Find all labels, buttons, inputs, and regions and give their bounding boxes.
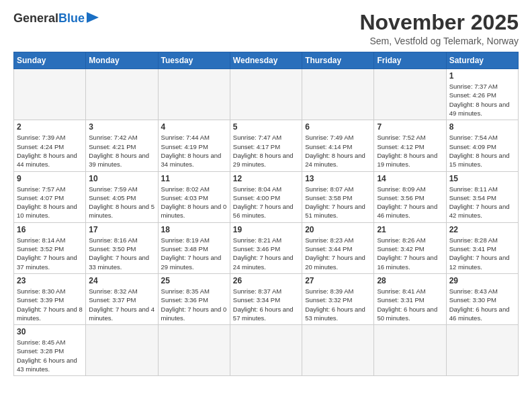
day-cell bbox=[374, 69, 446, 120]
week-row-3: 9Sunrise: 7:57 AM Sunset: 4:07 PM Daylig… bbox=[14, 171, 519, 222]
day-number: 11 bbox=[161, 174, 227, 183]
day-info: Sunrise: 8:26 AM Sunset: 3:42 PM Dayligh… bbox=[377, 236, 443, 271]
day-cell: 20Sunrise: 8:23 AM Sunset: 3:44 PM Dayli… bbox=[302, 222, 374, 273]
day-cell: 11Sunrise: 8:02 AM Sunset: 4:03 PM Dayli… bbox=[158, 171, 230, 222]
day-number: 30 bbox=[17, 327, 83, 336]
day-info: Sunrise: 8:39 AM Sunset: 3:32 PM Dayligh… bbox=[305, 287, 371, 322]
week-row-4: 16Sunrise: 8:14 AM Sunset: 3:52 PM Dayli… bbox=[14, 222, 519, 273]
day-info: Sunrise: 7:54 AM Sunset: 4:09 PM Dayligh… bbox=[449, 133, 515, 169]
day-cell: 14Sunrise: 8:09 AM Sunset: 3:56 PM Dayli… bbox=[374, 171, 446, 222]
day-cell: 25Sunrise: 8:35 AM Sunset: 3:36 PM Dayli… bbox=[158, 273, 230, 324]
day-info: Sunrise: 8:37 AM Sunset: 3:34 PM Dayligh… bbox=[233, 287, 299, 322]
weekday-header-row: SundayMondayTuesdayWednesdayThursdayFrid… bbox=[14, 52, 519, 69]
day-info: Sunrise: 8:19 AM Sunset: 3:48 PM Dayligh… bbox=[161, 236, 227, 271]
day-number: 22 bbox=[449, 225, 515, 234]
day-info: Sunrise: 7:42 AM Sunset: 4:21 PM Dayligh… bbox=[89, 133, 154, 169]
day-cell: 12Sunrise: 8:04 AM Sunset: 4:00 PM Dayli… bbox=[230, 171, 302, 222]
weekday-wednesday: Wednesday bbox=[230, 52, 302, 69]
day-number: 23 bbox=[17, 276, 83, 285]
calendar-table: SundayMondayTuesdayWednesdayThursdayFrid… bbox=[13, 52, 519, 376]
logo-icon bbox=[87, 12, 99, 23]
day-cell: 8Sunrise: 7:54 AM Sunset: 4:09 PM Daylig… bbox=[446, 120, 518, 171]
day-cell: 21Sunrise: 8:26 AM Sunset: 3:42 PM Dayli… bbox=[374, 222, 446, 273]
day-cell bbox=[230, 325, 302, 376]
day-cell: 9Sunrise: 7:57 AM Sunset: 4:07 PM Daylig… bbox=[14, 171, 86, 222]
logo: General Blue bbox=[13, 11, 99, 26]
day-info: Sunrise: 7:49 AM Sunset: 4:14 PM Dayligh… bbox=[305, 133, 371, 169]
week-row-6: 30Sunrise: 8:45 AM Sunset: 3:28 PM Dayli… bbox=[14, 325, 519, 376]
weekday-saturday: Saturday bbox=[446, 52, 518, 69]
day-number: 5 bbox=[233, 122, 299, 132]
day-number: 13 bbox=[305, 174, 371, 183]
day-number: 28 bbox=[377, 276, 443, 285]
title-section: November 2025 Sem, Vestfold og Telemark,… bbox=[359, 11, 519, 46]
weekday-friday: Friday bbox=[374, 52, 446, 69]
weekday-sunday: Sunday bbox=[14, 52, 86, 69]
week-row-1: 1Sunrise: 7:37 AM Sunset: 4:26 PM Daylig… bbox=[14, 69, 519, 120]
day-info: Sunrise: 8:11 AM Sunset: 3:54 PM Dayligh… bbox=[449, 185, 515, 220]
day-info: Sunrise: 8:21 AM Sunset: 3:46 PM Dayligh… bbox=[233, 236, 299, 271]
day-number: 7 bbox=[377, 122, 443, 132]
day-cell bbox=[86, 69, 158, 120]
calendar-subtitle: Sem, Vestfold og Telemark, Norway bbox=[359, 36, 519, 46]
day-cell: 16Sunrise: 8:14 AM Sunset: 3:52 PM Dayli… bbox=[14, 222, 86, 273]
day-number: 29 bbox=[449, 276, 515, 285]
day-cell: 17Sunrise: 8:16 AM Sunset: 3:50 PM Dayli… bbox=[86, 222, 158, 273]
day-number: 19 bbox=[233, 225, 299, 234]
day-cell bbox=[374, 325, 446, 376]
day-info: Sunrise: 8:43 AM Sunset: 3:30 PM Dayligh… bbox=[449, 287, 515, 322]
day-info: Sunrise: 7:37 AM Sunset: 4:26 PM Dayligh… bbox=[449, 82, 515, 118]
day-cell: 5Sunrise: 7:47 AM Sunset: 4:17 PM Daylig… bbox=[230, 120, 302, 171]
day-number: 8 bbox=[449, 122, 515, 132]
day-number: 10 bbox=[89, 174, 154, 183]
day-cell: 30Sunrise: 8:45 AM Sunset: 3:28 PM Dayli… bbox=[14, 325, 86, 376]
day-cell: 19Sunrise: 8:21 AM Sunset: 3:46 PM Dayli… bbox=[230, 222, 302, 273]
logo-general: General bbox=[13, 12, 58, 24]
day-cell bbox=[86, 325, 158, 376]
day-info: Sunrise: 8:45 AM Sunset: 3:28 PM Dayligh… bbox=[17, 338, 83, 373]
day-number: 12 bbox=[233, 174, 299, 183]
day-info: Sunrise: 8:14 AM Sunset: 3:52 PM Dayligh… bbox=[17, 236, 83, 271]
day-cell bbox=[158, 325, 230, 376]
day-info: Sunrise: 8:30 AM Sunset: 3:39 PM Dayligh… bbox=[17, 287, 83, 322]
day-cell: 1Sunrise: 7:37 AM Sunset: 4:26 PM Daylig… bbox=[446, 69, 518, 120]
day-cell: 13Sunrise: 8:07 AM Sunset: 3:58 PM Dayli… bbox=[302, 171, 374, 222]
day-number: 4 bbox=[161, 122, 227, 132]
day-number: 27 bbox=[305, 276, 371, 285]
weekday-thursday: Thursday bbox=[302, 52, 374, 69]
day-cell: 10Sunrise: 7:59 AM Sunset: 4:05 PM Dayli… bbox=[86, 171, 158, 222]
day-cell: 15Sunrise: 8:11 AM Sunset: 3:54 PM Dayli… bbox=[446, 171, 518, 222]
day-info: Sunrise: 8:07 AM Sunset: 3:58 PM Dayligh… bbox=[305, 185, 371, 220]
day-cell: 4Sunrise: 7:44 AM Sunset: 4:19 PM Daylig… bbox=[158, 120, 230, 171]
day-info: Sunrise: 7:44 AM Sunset: 4:19 PM Dayligh… bbox=[161, 133, 227, 169]
day-info: Sunrise: 8:09 AM Sunset: 3:56 PM Dayligh… bbox=[377, 185, 443, 220]
day-cell: 18Sunrise: 8:19 AM Sunset: 3:48 PM Dayli… bbox=[158, 222, 230, 273]
day-cell: 6Sunrise: 7:49 AM Sunset: 4:14 PM Daylig… bbox=[302, 120, 374, 171]
day-info: Sunrise: 7:59 AM Sunset: 4:05 PM Dayligh… bbox=[89, 185, 154, 220]
day-info: Sunrise: 7:47 AM Sunset: 4:17 PM Dayligh… bbox=[233, 133, 299, 169]
day-cell: 2Sunrise: 7:39 AM Sunset: 4:24 PM Daylig… bbox=[14, 120, 86, 171]
day-info: Sunrise: 8:41 AM Sunset: 3:31 PM Dayligh… bbox=[377, 287, 443, 322]
day-number: 24 bbox=[89, 276, 154, 285]
day-number: 16 bbox=[17, 225, 83, 234]
day-info: Sunrise: 8:32 AM Sunset: 3:37 PM Dayligh… bbox=[89, 287, 154, 322]
calendar-title: November 2025 bbox=[359, 11, 519, 34]
weekday-tuesday: Tuesday bbox=[158, 52, 230, 69]
day-cell: 7Sunrise: 7:52 AM Sunset: 4:12 PM Daylig… bbox=[374, 120, 446, 171]
week-row-2: 2Sunrise: 7:39 AM Sunset: 4:24 PM Daylig… bbox=[14, 120, 519, 171]
day-number: 15 bbox=[449, 174, 515, 183]
day-cell: 23Sunrise: 8:30 AM Sunset: 3:39 PM Dayli… bbox=[14, 273, 86, 324]
page: General Blue November 2025 Sem, Vestfold… bbox=[0, 0, 532, 383]
weekday-monday: Monday bbox=[86, 52, 158, 69]
day-number: 25 bbox=[161, 276, 227, 285]
day-number: 26 bbox=[233, 276, 299, 285]
day-number: 20 bbox=[305, 225, 371, 234]
day-info: Sunrise: 8:16 AM Sunset: 3:50 PM Dayligh… bbox=[89, 236, 154, 271]
day-cell: 27Sunrise: 8:39 AM Sunset: 3:32 PM Dayli… bbox=[302, 273, 374, 324]
day-cell: 26Sunrise: 8:37 AM Sunset: 3:34 PM Dayli… bbox=[230, 273, 302, 324]
day-number: 21 bbox=[377, 225, 443, 234]
logo-blue: Blue bbox=[58, 12, 85, 24]
day-info: Sunrise: 7:57 AM Sunset: 4:07 PM Dayligh… bbox=[17, 185, 83, 220]
svg-marker-0 bbox=[87, 12, 99, 23]
day-cell bbox=[158, 69, 230, 120]
